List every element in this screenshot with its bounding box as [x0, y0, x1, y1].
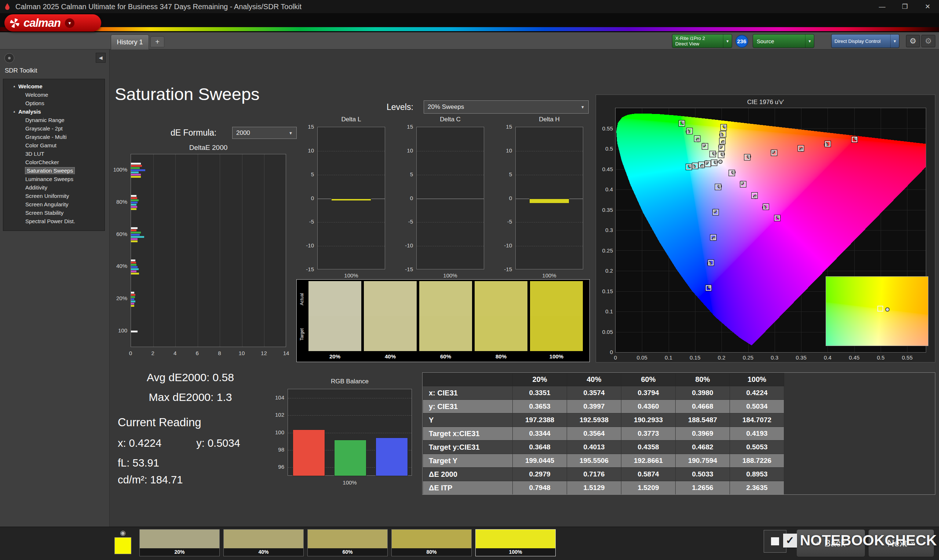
source-dropdown[interactable]: Source ▼	[752, 34, 814, 48]
grid-line	[288, 398, 412, 398]
target-swatch-60	[419, 316, 472, 351]
pattern-button-100[interactable]: 100%	[475, 529, 556, 556]
bar-green	[131, 296, 135, 298]
y-tick-label: 100	[109, 327, 127, 334]
meter-dropdown[interactable]: X-Rite i1Pro 2 Direct View ▼	[672, 34, 732, 48]
x-tick-label: 10	[236, 350, 247, 357]
tabbar: History 1 + X-Rite i1Pro 2 Direct View ▼…	[0, 32, 939, 49]
sidebar-item-label: Spectral Power Dist.	[25, 218, 75, 224]
x-axis-label: 100%	[515, 272, 583, 279]
sidebar-item-colorchecker[interactable]: ColorChecker	[3, 158, 105, 166]
sidebar-item-luminance-sweeps[interactable]: Luminance Sweeps	[3, 175, 105, 183]
pattern-window-button[interactable]	[764, 530, 786, 553]
bar-cyan	[131, 236, 144, 238]
sidebar-item-welcome[interactable]: Welcome	[3, 91, 105, 99]
pattern-window-icon	[771, 537, 779, 545]
bar-cyan	[131, 172, 139, 173]
sidebar-item-3d-lut[interactable]: 3D LUT	[3, 149, 105, 158]
sidebar-item-label: Color Gamut	[25, 142, 57, 148]
bar-green	[131, 264, 136, 266]
sidebar-item-additivity[interactable]: Additivity	[3, 183, 105, 192]
sidebar-item-screen-angularity[interactable]: Screen Angularity	[3, 200, 105, 209]
back-button[interactable]: « Back	[796, 529, 865, 557]
sidebar-item-saturation-sweeps[interactable]: Saturation Sweeps	[3, 166, 105, 175]
deltae-plot-area	[131, 154, 286, 347]
sidebar-home-button[interactable]	[5, 53, 14, 63]
delta_l-plot-area	[317, 127, 385, 269]
table-cell: 0.3574	[567, 386, 621, 400]
meter-count-badge[interactable]: 236	[735, 35, 748, 48]
table-row-label: Target y:CIE31	[423, 440, 513, 454]
grid-line	[242, 154, 242, 347]
maximize-button[interactable]: ❐	[894, 0, 916, 13]
sidebar-item-label: Saturation Sweeps	[25, 168, 74, 174]
table-row-label: ΔE 2000	[423, 468, 513, 481]
table-header-row: 20%40%60%80%100%	[423, 373, 784, 386]
sidebar-item-grayscale-multi[interactable]: Grayscale - Multi	[3, 133, 105, 141]
calman-window: Calman 2025 Calman Ultimate for Business…	[0, 0, 939, 560]
bar-yellow	[131, 176, 141, 178]
eye-icon: ◉	[120, 528, 126, 537]
tab-history-1[interactable]: History 1	[111, 34, 149, 49]
logo-menu-caret-icon[interactable]: ▼	[65, 18, 74, 28]
current-cdm2-value: cd/m²: 184.71	[118, 474, 183, 486]
main-content: Saturation Sweeps Levels: 20% Sweeps ▼ d…	[109, 49, 939, 527]
bar-blue	[131, 202, 137, 203]
y-tick-label: -15	[295, 266, 314, 273]
display-control-dropdown[interactable]: Direct Display Control ▼	[831, 34, 899, 48]
sidebar-section-analysis[interactable]: ▲Analysis	[3, 108, 105, 116]
y-tick-label: 10	[493, 147, 512, 154]
next-button[interactable]: Next »	[868, 529, 934, 557]
current-pattern-swatch[interactable]	[114, 537, 131, 554]
close-button[interactable]: ✕	[916, 0, 939, 13]
chart-title: Delta L	[317, 116, 385, 123]
bar-green	[131, 167, 140, 169]
y-tick-label: 0.3	[596, 227, 613, 234]
delta-l-chart: Delta L151050-5-10-15100%	[295, 113, 392, 281]
pattern-button-20[interactable]: 20%	[139, 529, 220, 556]
tree-expander-icon[interactable]: ▲	[13, 83, 16, 89]
sidebar-item-grayscale-2pt[interactable]: Grayscale - 2pt	[3, 124, 105, 133]
sidebar-item-color-gamut[interactable]: Color Gamut	[3, 141, 105, 149]
pattern-button-80[interactable]: 80%	[392, 529, 472, 556]
sidebar-item-screen-uniformity[interactable]: Screen Uniformity	[3, 192, 105, 200]
workflow-options-gear-button[interactable]: ⚙	[921, 35, 935, 47]
bar-magenta	[131, 174, 141, 175]
sidebar-collapse-button[interactable]: ◀	[96, 53, 106, 63]
grid-line	[417, 246, 484, 246]
pattern-button-40[interactable]: 40%	[224, 529, 304, 556]
y-tick-label: 5	[394, 171, 413, 178]
settings-gear-button[interactable]: ⚙	[906, 35, 920, 47]
bar-yellow	[131, 273, 139, 274]
pattern-color	[392, 529, 471, 548]
measurement-table-panel: 20%40%60%80%100%x: CIE310.33510.35740.37…	[422, 372, 935, 495]
pattern-color	[224, 529, 303, 548]
sidebar-item-screen-stability[interactable]: Screen Stability	[3, 209, 105, 217]
calman-logo[interactable]: calman ▼	[5, 14, 101, 32]
table-row-y-cie31: y: CIE310.36530.39970.43600.46680.5034	[423, 400, 784, 414]
delta_h-plot-area	[515, 127, 583, 269]
pattern-button-60[interactable]: 60%	[307, 529, 388, 556]
x-tick-label: 14	[281, 350, 291, 357]
sidebar-item-options[interactable]: Options	[3, 99, 105, 108]
table-cell: 2.3635	[730, 481, 784, 495]
sidebar-section-welcome[interactable]: ▲Welcome	[3, 82, 105, 91]
sidebar-item-dynamic-range[interactable]: Dynamic Range	[3, 116, 105, 124]
chart-title: RGB Balance	[288, 378, 412, 385]
tree-expander-icon[interactable]: ▲	[13, 108, 16, 115]
levels-dropdown[interactable]: 20% Sweeps ▼	[424, 100, 589, 114]
y-tick-label: 102	[265, 412, 284, 418]
y-tick-label: -15	[493, 266, 512, 273]
sidebar-item-spectral-power-dist[interactable]: Spectral Power Dist.	[3, 217, 105, 225]
workflow-tree: ▲WelcomeWelcomeOptions▲AnalysisDynamic R…	[3, 79, 105, 231]
target-swatch-20	[308, 316, 361, 351]
y-tick-label: 0.05	[596, 329, 613, 335]
bar-cyan	[131, 300, 135, 302]
add-tab-button[interactable]: +	[150, 36, 164, 47]
bar-white	[131, 292, 134, 294]
de-formula-dropdown[interactable]: 2000 ▼	[232, 127, 297, 139]
table-cell: 0.4358	[621, 440, 675, 454]
minimize-button[interactable]: —	[871, 0, 894, 13]
delta-bar	[331, 198, 372, 201]
sidebar-item-label: Grayscale - 2pt	[25, 125, 63, 132]
